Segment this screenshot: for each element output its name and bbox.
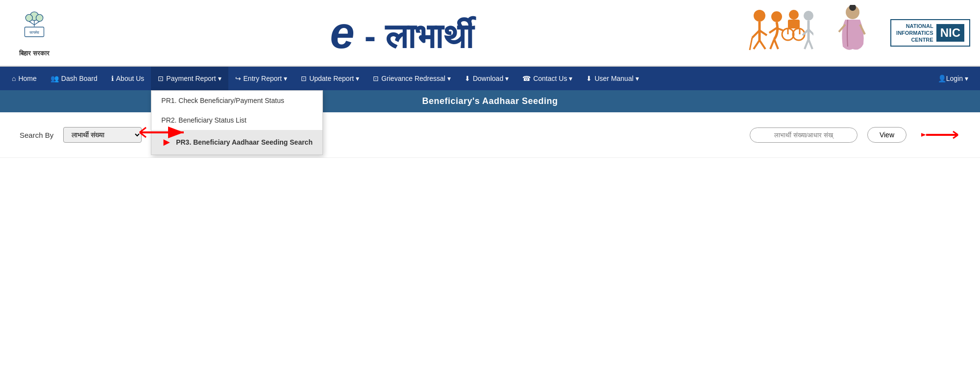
nav-user-manual[interactable]: ⬇ User Manual ▾: [579, 67, 645, 90]
download-icon: ⬇: [465, 75, 470, 82]
nav-download[interactable]: ⬇ Download ▾: [458, 67, 515, 90]
info-icon: ℹ: [111, 75, 114, 82]
user-manual-dropdown-arrow: ▾: [636, 75, 639, 82]
svg-point-15: [771, 11, 782, 22]
brand-title: e - लाभार्थी: [330, 11, 474, 55]
svg-line-14: [750, 38, 752, 50]
nav-payment-report[interactable]: ⊡ Payment Report ▾ PR1. Check Beneficiar…: [151, 67, 228, 90]
bihar-label: बिहार सरकार: [19, 50, 49, 57]
svg-text:सत्यमेव: सत्यमेव: [29, 30, 40, 35]
contact-dropdown-arrow: ▾: [569, 75, 572, 82]
svg-line-19: [774, 39, 778, 49]
svg-point-8: [754, 10, 765, 22]
bihar-emblem-svg: सत्यमेव: [15, 8, 54, 48]
brand-hindi: लाभार्थी: [385, 17, 473, 55]
svg-point-2: [36, 14, 43, 21]
update-icon: ⊡: [301, 75, 307, 82]
nav-contact[interactable]: ☎ Contact Us ▾: [515, 67, 579, 90]
contact-icon: ☎: [522, 75, 531, 82]
login-dropdown-arrow: ▾: [965, 75, 968, 82]
main-navbar: ⌂ Home 👥 Dash Board ℹ About Us ⊡ Payment…: [0, 67, 980, 90]
download-dropdown-arrow: ▾: [505, 75, 509, 82]
woman-illustration: [833, 5, 872, 61]
woman-svg: [833, 5, 872, 59]
illustration-svg: [745, 6, 813, 60]
dropdown-pr3[interactable]: ► PR3. Beneficiary Aadhaar Seeding Searc…: [151, 130, 322, 154]
svg-line-4: [29, 22, 34, 25]
nic-badge: NIC: [936, 24, 964, 42]
bihar-logo: सत्यमेव बिहार सरकार: [10, 8, 59, 57]
svg-line-16: [769, 28, 777, 33]
svg-point-20: [789, 10, 799, 20]
grievance-icon: ⊡: [373, 75, 379, 82]
payment-report-dropdown: PR1. Check Beneficiary/Payment Status PR…: [151, 90, 323, 155]
svg-line-13: [760, 40, 765, 49]
payment-icon: ⊡: [158, 75, 164, 82]
svg-point-1: [25, 14, 32, 21]
nav-entry-report[interactable]: ↪ Entry Report ▾: [228, 67, 294, 90]
nav-grievance[interactable]: ⊡ Grievance Redressal ▾: [366, 67, 458, 90]
site-header: सत्यमेव बिहार सरकार e - लाभार्थी: [0, 0, 980, 67]
view-button[interactable]: View: [867, 127, 906, 143]
svg-line-12: [754, 40, 760, 49]
nav-dashboard[interactable]: 👥 Dash Board: [44, 67, 104, 90]
update-dropdown-arrow: ▾: [356, 75, 359, 82]
svg-line-30: [805, 39, 808, 49]
brand-dash: -: [365, 17, 386, 55]
dropdown-pr1[interactable]: PR1. Check Beneficiary/Payment Status: [151, 91, 322, 110]
svg-point-26: [804, 11, 813, 21]
nic-logo: NATIONAL INFORMATICS CENTRE NIC: [890, 19, 970, 47]
entry-dropdown-arrow: ▾: [284, 75, 287, 82]
search-by-label: Search By: [20, 131, 53, 139]
user-manual-icon: ⬇: [586, 75, 592, 82]
user-icon: 👤: [938, 75, 946, 82]
view-arrow-annotation: [921, 127, 960, 142]
header-brand-area: e - लाभार्थी: [69, 11, 735, 55]
home-icon: ⌂: [12, 75, 16, 82]
page-title-bar: Beneficiary's Aadhaar Seeding: [0, 90, 980, 112]
header-illustration: [745, 6, 813, 60]
search-by-select[interactable]: लाभार्थी संख्या: [63, 127, 142, 143]
pr3-arrow-indicator: ►: [161, 136, 172, 149]
svg-line-31: [808, 39, 812, 49]
nic-text: NATIONAL INFORMATICS CENTRE: [896, 23, 933, 44]
nav-about[interactable]: ℹ About Us: [104, 67, 151, 90]
brand-e: e: [330, 8, 355, 57]
beneficiary-number-input[interactable]: [750, 127, 858, 143]
page-title: Beneficiary's Aadhaar Seeding: [422, 96, 558, 106]
svg-line-18: [770, 39, 774, 49]
svg-rect-21: [788, 20, 800, 28]
nav-update-report[interactable]: ⊡ Update Report ▾: [294, 67, 366, 90]
grievance-dropdown-arrow: ▾: [447, 75, 451, 82]
nav-home[interactable]: ⌂ Home: [5, 67, 44, 90]
payment-dropdown-arrow: ▾: [218, 75, 221, 82]
dropdown-pr2[interactable]: PR2. Beneficiary Status List: [151, 110, 322, 130]
nav-login[interactable]: 👤 Login ▾: [931, 67, 975, 90]
search-section: Search By लाभार्थी संख्या View: [0, 112, 980, 158]
dashboard-icon: 👥: [50, 75, 59, 82]
svg-line-5: [34, 22, 40, 25]
entry-icon: ↪: [235, 75, 241, 82]
nic-logo-area: NATIONAL INFORMATICS CENTRE NIC: [882, 19, 970, 47]
